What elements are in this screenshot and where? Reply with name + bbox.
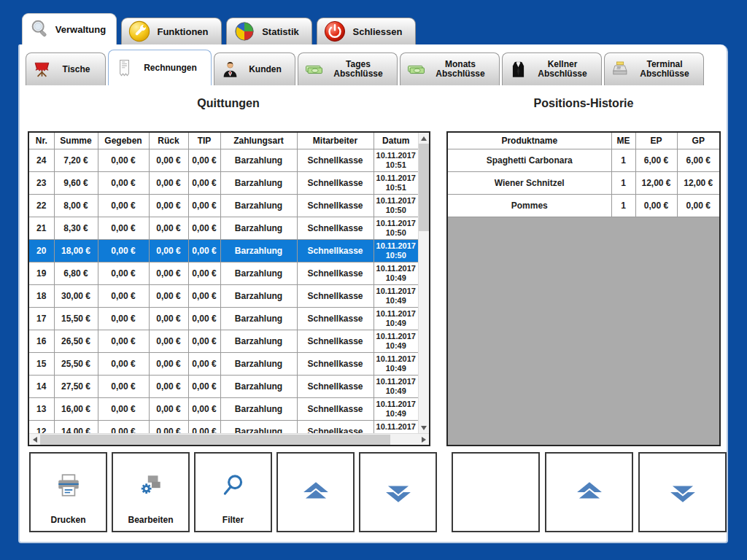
positions-scroll-up-button[interactable] — [545, 452, 633, 532]
register-icon — [611, 60, 630, 79]
receipt-icon — [115, 58, 134, 78]
cell-mitarbeiter: Schnellkasse — [297, 285, 374, 308]
scroll-left-arrow-icon[interactable] — [29, 434, 40, 446]
column-header-tip[interactable]: TIP — [188, 133, 220, 149]
receipts-scroll-down-button[interactable] — [359, 452, 437, 532]
triangle-up-icon — [421, 136, 427, 141]
column-header-zahlungsart[interactable]: Zahlungsart — [220, 133, 297, 149]
tab-label-line: Abschlüsse — [630, 69, 699, 79]
tab-label: Kunden — [240, 65, 295, 74]
cell-zahlungsart: Barzahlung — [220, 353, 297, 376]
filter-button[interactable]: Filter — [194, 452, 272, 532]
column-header-nr[interactable]: Nr. — [29, 133, 54, 149]
receipt-row[interactable]: 1214,00 €0,00 €0,00 €0,00 €BarzahlungSch… — [29, 421, 418, 434]
receipt-row[interactable]: 1626,50 €0,00 €0,00 €0,00 €BarzahlungSch… — [29, 330, 418, 353]
main-tab-verwaltung[interactable]: Verwaltung — [22, 13, 117, 44]
tab-rechnungen[interactable]: Rechnungen — [108, 50, 212, 85]
column-header-mitarbeiter[interactable]: Mitarbeiter — [297, 133, 374, 149]
column-header-datum[interactable]: Datum — [374, 133, 418, 149]
tab-tages-abschlusse[interactable]: TagesAbschlüsse — [298, 52, 398, 85]
edit-button[interactable]: Bearbeiten — [112, 452, 190, 532]
receipts-table-header: Nr.SummeGegebenRückTIPZahlungsartMitarbe… — [29, 133, 418, 149]
receipts-table: Nr.SummeGegebenRückTIPZahlungsartMitarbe… — [29, 133, 418, 433]
column-header-ep[interactable]: EP — [635, 133, 677, 149]
receipts-header-row: Nr.SummeGegebenRückTIPZahlungsartMitarbe… — [29, 133, 418, 149]
receipts-vertical-scrollbar[interactable] — [418, 133, 429, 433]
column-header-gegeben[interactable]: Gegeben — [98, 133, 149, 149]
positions-table-header: ProduktnameMEEPGP — [448, 133, 719, 149]
positions-scroll-down-button[interactable] — [638, 452, 727, 532]
receipts-action-buttons: DruckenBearbeitenFilter — [29, 452, 437, 532]
scroll-down-arrow-icon[interactable] — [419, 422, 429, 433]
column-header-produktname[interactable]: Produktname — [448, 133, 611, 149]
main-tab-schliessen[interactable]: Schliessen — [317, 18, 416, 44]
main-tab-funktionen[interactable]: Funktionen — [121, 18, 222, 44]
cell-gp: 0,00 € — [677, 195, 719, 217]
receipt-row[interactable]: 1715,50 €0,00 €0,00 €0,00 €BarzahlungSch… — [29, 308, 418, 330]
main-tab-label: Verwaltung — [51, 24, 116, 35]
cell-mitarbeiter: Schnellkasse — [297, 330, 374, 353]
receipt-row[interactable]: 1830,00 €0,00 €0,00 €0,00 €BarzahlungSch… — [29, 285, 418, 308]
scroll-up-arrow-icon[interactable] — [419, 133, 429, 144]
tab-label-line: Rechnungen — [134, 63, 206, 73]
column-header-gp[interactable]: GP — [677, 133, 719, 149]
main-tab-bar: VerwaltungFunktionenStatistikSchliessen — [22, 13, 416, 44]
tab-monats-abschlusse[interactable]: MonatsAbschlüsse — [400, 52, 500, 85]
cell-rueck: 0,00 € — [149, 172, 188, 195]
pie-chart-icon — [233, 20, 255, 42]
cell-rueck: 0,00 € — [149, 285, 188, 308]
cell-datum-date: 10.11.2017 — [374, 287, 419, 296]
positions-action-buttons — [452, 452, 727, 532]
tab-terminal-abschlusse[interactable]: TerminalAbschlüsse — [604, 52, 704, 85]
tab-kellner-abschlusse[interactable]: KellnerAbschlüsse — [502, 52, 602, 85]
receipt-row[interactable]: 2018,00 €0,00 €0,00 €0,00 €BarzahlungSch… — [29, 240, 418, 262]
print-button[interactable]: Drucken — [29, 452, 107, 532]
cell-zahlungsart: Barzahlung — [220, 262, 297, 285]
horizontal-scrollbar-track[interactable] — [390, 434, 418, 446]
cell-datum-time: 10:49 — [374, 296, 419, 306]
column-header-ruck[interactable]: Rück — [149, 133, 188, 149]
button-label: Drucken — [31, 515, 106, 525]
position-row[interactable]: Wiener Schnitzel112,00 €12,00 € — [448, 172, 719, 195]
spare-button[interactable] — [452, 452, 540, 532]
horizontal-scrollbar-thumb[interactable] — [40, 435, 390, 445]
receipt-row[interactable]: 1525,50 €0,00 €0,00 €0,00 €BarzahlungSch… — [29, 353, 418, 376]
position-row[interactable]: Spaghetti Carbonara16,00 €6,00 € — [448, 149, 719, 172]
cell-datum: 10.11.201710:49 — [374, 285, 418, 308]
position-row[interactable]: Pommes10,00 €0,00 € — [448, 195, 719, 217]
cell-summe: 8,30 € — [54, 217, 98, 240]
receipt-row[interactable]: 228,00 €0,00 €0,00 €0,00 €BarzahlungSchn… — [29, 195, 418, 217]
power-icon — [324, 20, 346, 42]
receipts-horizontal-scrollbar[interactable] — [29, 433, 429, 445]
receipts-scroll-up-button[interactable] — [276, 452, 355, 532]
button-label: Bearbeiten — [113, 515, 188, 525]
waiter-icon — [508, 60, 528, 79]
main-tab-statistik[interactable]: Statistik — [226, 18, 312, 44]
cell-datum: 10.11.201710:49 — [374, 330, 418, 353]
receipt-row[interactable]: 239,60 €0,00 €0,00 €0,00 €BarzahlungSchn… — [29, 172, 418, 195]
cell-nr: 22 — [29, 195, 54, 217]
receipt-row[interactable]: 218,30 €0,00 €0,00 €0,00 €BarzahlungSchn… — [29, 217, 418, 240]
double-chevron-down-icon — [384, 478, 412, 506]
scroll-right-arrow-icon[interactable] — [418, 434, 429, 446]
cell-gegeben: 0,00 € — [98, 172, 149, 195]
receipt-row[interactable]: 1316,00 €0,00 €0,00 €0,00 €BarzahlungSch… — [29, 398, 418, 421]
receipt-row[interactable]: 196,80 €0,00 €0,00 €0,00 €BarzahlungSchn… — [29, 262, 418, 285]
cell-mitarbeiter: Schnellkasse — [297, 376, 374, 398]
vertical-scrollbar-track[interactable] — [419, 231, 429, 422]
positions-header-row: ProduktnameMEEPGP — [448, 133, 719, 149]
column-header-summe[interactable]: Summe — [54, 133, 98, 149]
column-header-me[interactable]: ME — [611, 133, 635, 149]
cell-tip: 0,00 € — [188, 149, 220, 172]
cell-me: 1 — [611, 195, 635, 217]
receipt-row[interactable]: 247,20 €0,00 €0,00 €0,00 €BarzahlungSchn… — [29, 149, 418, 172]
tab-kunden[interactable]: Kunden — [214, 52, 295, 85]
receipt-row[interactable]: 1427,50 €0,00 €0,00 €0,00 €BarzahlungSch… — [29, 376, 418, 398]
cell-rueck: 0,00 € — [149, 398, 188, 421]
cell-datum-time: 10:50 — [374, 228, 419, 238]
cell-me: 1 — [611, 149, 635, 172]
vertical-scrollbar-thumb[interactable] — [419, 144, 429, 231]
tab-label: TagesAbschlüsse — [324, 60, 397, 79]
cell-datum: 10.11.201710:51 — [374, 149, 418, 172]
tab-tische[interactable]: Tische — [26, 52, 106, 85]
